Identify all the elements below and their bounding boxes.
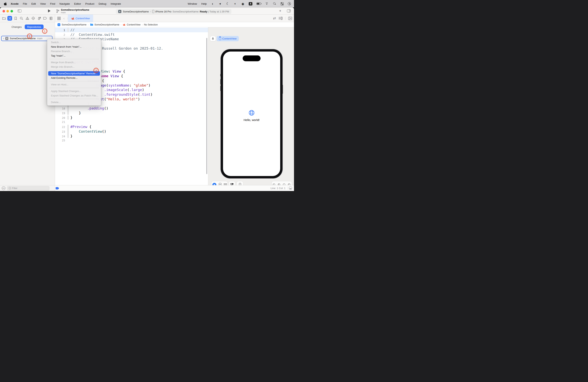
filter-input[interactable] <box>12 187 45 190</box>
minimap-icon[interactable] <box>279 17 283 20</box>
menubar-item-file[interactable]: File <box>21 2 29 5</box>
toggle-inspector-button[interactable] <box>287 9 291 12</box>
control-center-icon[interactable] <box>280 2 284 5</box>
menubar-item-xcode[interactable]: Xcode <box>9 2 21 5</box>
clock-icon[interactable] <box>288 2 291 5</box>
zoom-button[interactable] <box>10 10 13 12</box>
close-button[interactable] <box>2 10 5 12</box>
editor-scrollbar[interactable] <box>206 38 207 174</box>
menubar-item-product[interactable]: Product <box>83 2 96 5</box>
breakpoint-navigator-tab[interactable] <box>43 16 47 21</box>
battery-icon[interactable] <box>256 2 261 5</box>
code-line[interactable]: 23 ContentView() <box>55 129 208 134</box>
menubar-item-window[interactable]: Window <box>186 2 199 5</box>
menu-item[interactable]: Add Existing Remote... <box>48 76 100 80</box>
menu-separator <box>49 81 99 81</box>
code-line[interactable]: 18 .padding() <box>55 106 208 111</box>
segment-changes[interactable]: Changes <box>11 25 21 28</box>
breadcrumb-group[interactable]: SomeDescriptiveName <box>94 23 119 26</box>
swap-editors-icon[interactable]: ⇄ <box>273 16 276 21</box>
report-navigator-tab[interactable] <box>49 16 53 21</box>
source-control-tag-icon[interactable] <box>56 187 59 190</box>
source-control-navigator-tab[interactable] <box>7 16 12 21</box>
line-number: 21 <box>55 120 66 125</box>
menubar-item-debug[interactable]: Debug <box>96 2 108 5</box>
spotlight-search-icon[interactable] <box>273 2 276 5</box>
project-icon: A <box>58 23 60 26</box>
annotation-circle-3: 3 <box>94 68 98 73</box>
scheme-target[interactable]: SomeDescriptiveName <box>123 10 149 13</box>
window-title: SomeDescriptiveName <box>61 8 89 11</box>
related-items-icon[interactable] <box>57 17 61 20</box>
menu-item: Switch... <box>48 40 100 44</box>
debug-navigator-tab[interactable] <box>37 16 42 21</box>
find-navigator-tab[interactable] <box>19 16 24 21</box>
toggle-navigator-button[interactable] <box>18 9 21 13</box>
preview-name-pill[interactable]: ContentView <box>217 36 239 41</box>
code-line[interactable]: 21 <box>55 120 208 125</box>
line-number: 1 <box>55 28 66 33</box>
issue-navigator-tab[interactable] <box>25 16 30 21</box>
code-line[interactable]: 1// <box>55 28 208 32</box>
screen: Xcode File Edit View Find Navigate Edito… <box>0 0 294 191</box>
breadcrumb-project[interactable]: SomeDescriptiveName <box>62 23 86 26</box>
run-button[interactable] <box>48 9 51 12</box>
scheme-device[interactable]: iPhone 16 Pro <box>155 10 171 13</box>
menu-item[interactable]: New Branch from “main”... <box>48 44 100 49</box>
xcode-window: SomeDescriptiveName main A SomeDescripti… <box>0 7 294 191</box>
breadcrumb-selection[interactable]: No Selection <box>144 23 158 26</box>
keyboard-input-icon[interactable]: A <box>249 2 252 5</box>
menu-item: Apply Stashed Changes... <box>48 89 100 93</box>
report-list-icon <box>50 17 53 20</box>
adjust-editor-icon[interactable] <box>289 187 292 190</box>
wifi-icon[interactable] <box>265 2 269 5</box>
menubar-item-view[interactable]: View <box>38 2 48 5</box>
moon-icon[interactable]: ☾ <box>226 2 230 5</box>
menubar-item-integrate[interactable]: Integrate <box>108 2 123 5</box>
repository-row[interactable]: › ✕ SomeDescriptiveName main <box>1 36 53 41</box>
filter-field[interactable] <box>7 186 49 191</box>
menu-item[interactable]: New “SomeDescriptiveName” Remote... <box>48 71 100 76</box>
menu-item[interactable]: Tag “main”... <box>48 53 100 58</box>
line-column-indicator[interactable]: Line: 1 Col: 1 <box>271 185 285 191</box>
chevron-left-icon[interactable]: ‹ <box>211 2 214 5</box>
volume-down-button <box>220 86 221 91</box>
line-number: 25 <box>55 138 66 143</box>
minimize-button[interactable] <box>6 10 9 12</box>
add-editor-icon[interactable] <box>288 17 292 20</box>
go-back-button[interactable]: ‹ <box>63 16 64 21</box>
code-line[interactable]: 22#Preview { <box>55 125 208 129</box>
more-options-icon[interactable]: ••• <box>2 186 5 190</box>
code-line[interactable]: 20} <box>55 115 208 120</box>
project-navigator-tab[interactable] <box>1 16 6 21</box>
menubar-item-editor[interactable]: Editor <box>72 2 83 5</box>
mesh-sphere-icon[interactable]: ◉ <box>241 2 245 5</box>
apple-menu[interactable] <box>4 2 9 5</box>
menu-item: Export Stashed Changes as Patch File... <box>48 93 100 98</box>
pin-preview-button[interactable] <box>210 36 216 41</box>
test-navigator-tab[interactable] <box>31 16 36 21</box>
activity-status: SomeDescriptiveName: Ready | Today at 1:… <box>172 10 229 13</box>
hello-world-text: Hello, world! <box>223 118 280 122</box>
divider <box>288 187 288 190</box>
rocket-icon[interactable]: ➤ <box>218 1 222 6</box>
code-line[interactable]: 25 <box>55 138 208 143</box>
code-line[interactable]: 19 } <box>55 111 208 115</box>
preview-screen[interactable]: Hello, world! <box>223 52 280 176</box>
display-contrast-icon[interactable]: ◐ <box>233 2 237 5</box>
tab-contentview[interactable]: ContentView <box>68 15 93 22</box>
disclosure-chevron-icon[interactable]: › <box>3 37 4 40</box>
source-control-segments: Changes Repositories <box>0 24 55 29</box>
line-number: 23 <box>55 129 66 134</box>
menubar-item-navigate[interactable]: Navigate <box>57 2 72 5</box>
segment-repositories[interactable]: Repositories <box>25 24 43 29</box>
breadcrumb-file[interactable]: ContentView <box>127 23 141 26</box>
bookmark-navigator-tab[interactable] <box>13 16 18 21</box>
code-line[interactable]: 2// ContentView.swift <box>55 32 208 37</box>
library-add-button[interactable]: + <box>278 9 282 13</box>
menubar-item-edit[interactable]: Edit <box>29 2 38 5</box>
menubar-item-find[interactable]: Find <box>48 2 57 5</box>
menubar-item-help[interactable]: Help <box>199 2 209 5</box>
code-line[interactable]: 24} <box>55 134 208 138</box>
chevron-right-icon: › <box>150 10 151 13</box>
